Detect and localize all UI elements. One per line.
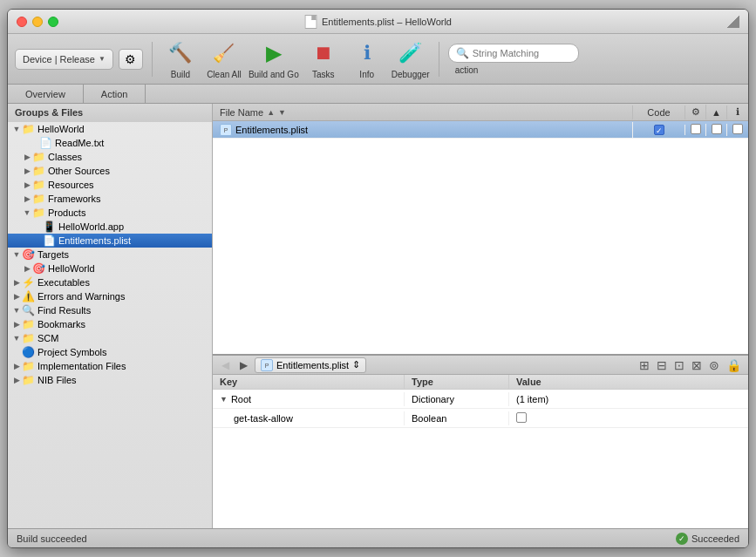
clean-all-button[interactable]: 🧹 Clean All [205,39,243,79]
clean-all-label: Clean All [207,70,241,79]
toggle-impl[interactable]: ▶ [11,362,22,370]
nav-forward-arrow[interactable]: ▶ [236,357,251,373]
kv-col-key-header[interactable]: Key [213,375,405,389]
sidebar-item-label-classes: Classes [48,152,82,162]
toggle-find[interactable]: ▼ [11,306,22,315]
toggle-bookmarks[interactable]: ▶ [11,320,22,329]
sidebar-item-classes[interactable]: ▶ 📁 Classes [8,150,212,164]
kv-type-gta: Boolean [405,411,509,425]
kv-row-root[interactable]: ▼ Root Dictionary (1 item) [213,390,748,409]
toggle-classes[interactable]: ▶ [22,153,32,161]
sidebar-item-hw-target[interactable]: ▶ 🎯 HelloWorld [8,262,212,275]
file-row-entitlements[interactable]: P Entitlements.plist [213,121,748,139]
gear-checkbox[interactable] [691,124,701,134]
code-checkbox[interactable] [654,125,664,135]
close-button[interactable] [17,17,27,27]
gta-value-checkbox[interactable] [516,412,527,423]
build-and-go-button[interactable]: ▶ Build and Go [249,39,299,79]
bt-icon-3[interactable]: ⊡ [672,357,686,374]
toggle-products[interactable]: ▼ [22,208,32,217]
sidebar-item-resources[interactable]: ▶ 📁 Resources [8,178,212,192]
sidebar-item-find-results[interactable]: ▼ 🔍 Find Results [8,303,212,317]
kv-row-get-task-allow[interactable]: get-task-allow Boolean [213,409,748,428]
toggle-errors[interactable]: ▶ [11,292,22,301]
toggle-executables[interactable]: ▶ [11,278,22,287]
symbols-icon: 🔵 [22,346,35,358]
action-button[interactable]: ⚙ [119,49,143,70]
build-status-text: Build succeeded [17,533,87,544]
sidebar-item-helloworld-group[interactable]: ▼ 📁 HelloWorld [8,122,212,136]
toggle-helloworld[interactable]: ▼ [11,125,22,133]
toggle-frameworks[interactable]: ▶ [22,194,32,203]
sidebar-item-label-entitlements: Entitlements.plist [58,235,131,246]
col-header-info[interactable]: ℹ [727,105,748,119]
kv-key-label: Key [220,377,237,387]
tab-overview[interactable]: Overview [8,85,84,104]
sidebar-item-other-sources[interactable]: ▶ 📁 Other Sources [8,164,212,178]
sidebar-item-targets[interactable]: ▼ 🎯 Targets [8,248,212,262]
search-input[interactable] [473,48,569,58]
debugger-icon: 🧪 [397,39,425,67]
sidebar-item-project-symbols[interactable]: 🔵 Project Symbols [8,345,212,359]
toggle-other-sources[interactable]: ▶ [22,166,32,175]
plist-file-selector[interactable]: P Entitlements.plist ⇕ [255,357,366,373]
info-checkbox[interactable] [732,124,743,134]
file-area: File Name ▲ ▼ Code ⚙ ▲ ℹ [213,104,748,354]
sidebar-item-helloworld-app[interactable]: 📱 HelloWorld.app [8,220,212,234]
bt-icon-5[interactable]: ⊚ [707,357,721,374]
folder-impl-icon: 📁 [22,360,35,372]
sidebar-item-nib-files[interactable]: ▶ 📁 NIB Files [8,373,212,387]
sidebar-item-readme[interactable]: 📄 ReadMe.txt [8,136,212,150]
file-entitlements-icon: 📄 [43,234,56,247]
sidebar-item-products[interactable]: ▼ 📁 Products [8,206,212,220]
sidebar-item-entitlements[interactable]: 📄 Entitlements.plist [8,234,212,248]
toggle-hw-target[interactable]: ▶ [22,264,32,273]
kv-col-type-header[interactable]: Type [405,375,509,389]
plist-file-icon: P [220,124,232,136]
bt-icon-1[interactable]: ⊞ [637,357,651,374]
col-header-filename[interactable]: File Name ▲ ▼ [213,105,633,119]
toggle-resources[interactable]: ▶ [22,180,32,189]
folder-scm-icon: 📁 [22,332,35,344]
folder-classes-icon: 📁 [32,151,45,163]
file-row-info [727,124,748,136]
bt-icon-2[interactable]: ⊟ [655,357,669,374]
col-header-code[interactable]: Code [633,105,685,119]
toggle-nib[interactable]: ▶ [11,376,22,384]
warn-checkbox[interactable] [712,124,722,134]
minimize-button[interactable] [32,17,43,27]
sidebar-item-scm[interactable]: ▼ 📁 SCM [8,331,212,345]
build-label: Build [171,70,190,79]
kv-key-root: ▼ Root [213,392,405,406]
window-resize-handle[interactable] [727,16,739,28]
info-button[interactable]: ℹ Info [348,39,386,79]
sidebar-item-label-bookmarks: Bookmarks [37,319,85,329]
sidebar-item-executables[interactable]: ▶ ⚡ Executables [8,275,212,289]
kv-header: Key Type Value [213,375,748,390]
success-icon: ✓ [676,533,688,545]
build-button[interactable]: 🔨 Build [161,39,200,79]
sidebar-item-errors[interactable]: ▶ ⚠️ Errors and Warnings [8,289,212,303]
kv-col-value-header[interactable]: Value [509,375,748,389]
toggle-scm[interactable]: ▼ [11,334,22,343]
kv-type-label: Type [412,377,433,387]
bt-icon-lock[interactable]: 🔒 [725,357,743,374]
sidebar-item-frameworks[interactable]: ▶ 📁 Frameworks [8,192,212,206]
sidebar-item-label-hw-target: HelloWorld [48,263,95,274]
nav-back-arrow[interactable]: ◀ [218,357,233,373]
plist-selector-label: Entitlements.plist [276,360,349,370]
search-box[interactable]: 🔍 [448,44,579,63]
exec-icon: ⚡ [22,276,35,289]
tab-action[interactable]: Action [84,85,146,104]
bt-icon-4[interactable]: ⊠ [690,357,704,374]
kv-toggle-root[interactable]: ▼ [220,395,228,404]
col-header-warn[interactable]: ▲ [706,105,727,119]
sidebar-item-impl-files[interactable]: ▶ 📁 Implementation Files [8,359,212,373]
sidebar-item-bookmarks[interactable]: ▶ 📁 Bookmarks [8,317,212,331]
device-dropdown[interactable]: Device | Release ▼ [15,49,113,70]
toggle-targets[interactable]: ▼ [11,250,22,259]
maximize-button[interactable] [48,17,58,27]
debugger-button[interactable]: 🧪 Debugger [392,39,430,79]
col-header-gear[interactable]: ⚙ [685,105,706,119]
tasks-button[interactable]: ⏹ Tasks [304,39,343,79]
